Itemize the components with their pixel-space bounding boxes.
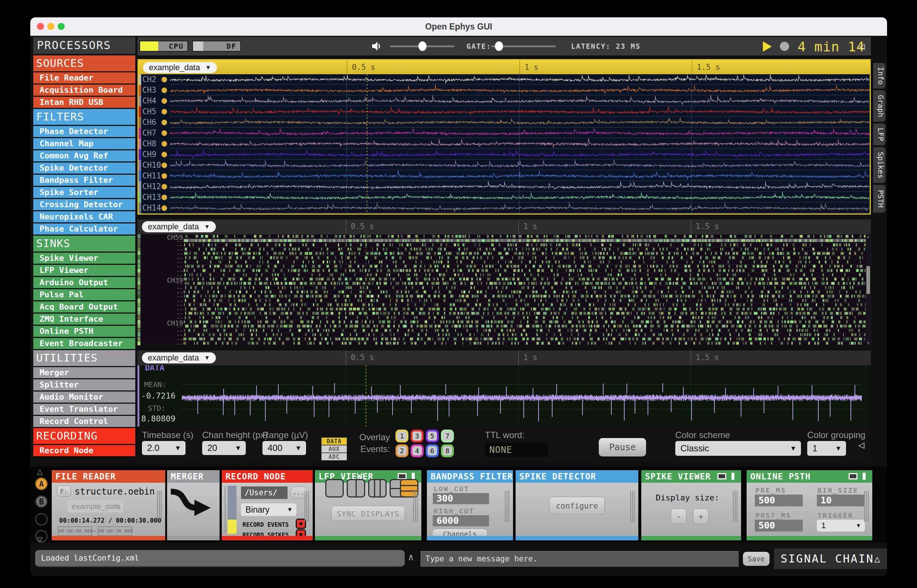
sidebar-item-crossing-detector[interactable]: Crossing Detector (33, 199, 135, 210)
drag-handle[interactable] (733, 491, 738, 522)
channel-label-ch13[interactable]: CH13 (142, 193, 161, 202)
high-cut-field[interactable]: 6000 (433, 515, 489, 526)
layout-3col-button[interactable] (368, 479, 387, 498)
sidebar-item-event-broadcaster[interactable]: Event Broadcaster (33, 338, 135, 349)
window-icon[interactable] (718, 473, 726, 480)
sidebar-item-phase-detector[interactable]: Phase Detector (33, 126, 135, 137)
sidebar-item-arduino-output[interactable]: Arduino Output (33, 277, 135, 288)
chan-height-dropdown[interactable]: 20▼ (202, 441, 246, 455)
raster-source-dropdown[interactable]: example_data ▼ (142, 221, 216, 232)
tab-psth[interactable]: PSTH (873, 185, 886, 213)
channel-label-ch14[interactable]: CH14 (142, 204, 161, 212)
selector-down-icon[interactable]: ▽ (37, 534, 43, 545)
sidebar-item-record-control[interactable]: Record Control (33, 416, 135, 427)
layout-single-button[interactable] (325, 479, 344, 498)
channel-audio-circle[interactable] (162, 173, 167, 179)
sidebar-item-phase-calculator[interactable]: Phase Calculator (33, 223, 135, 234)
channel-audio-circle[interactable] (162, 152, 167, 157)
channel-audio-circle[interactable] (162, 87, 167, 93)
channel-type-data[interactable]: DATA (321, 437, 347, 445)
channel-audio-circle[interactable] (162, 163, 167, 168)
window-icon[interactable] (849, 473, 857, 480)
start-time-field[interactable]: 00:00:00.000 (58, 526, 92, 536)
overlay-event-2[interactable]: 2 (395, 444, 408, 457)
sidebar-item-spike-sorter[interactable]: Spike Sorter (33, 187, 135, 198)
channel-type-adc[interactable]: ADC (321, 453, 347, 460)
channel-label-ch6[interactable]: CH6 (142, 118, 156, 127)
node-spike-viewer[interactable]: SPIKE VIEWER Display size: - + (641, 470, 741, 540)
sidebar-item-pulse-pal[interactable]: Pulse Pal (33, 289, 135, 300)
display-size-minus-button[interactable]: - (671, 509, 686, 524)
overlay-event-6[interactable]: 6 (426, 444, 439, 457)
drag-handle[interactable] (505, 491, 510, 522)
sidebar-item-file-reader[interactable]: File Reader (33, 73, 135, 84)
sync-displays-button[interactable]: SYNC DISPLAYS (331, 506, 405, 521)
volume-slider[interactable] (390, 45, 455, 47)
sidebar-item-merger[interactable]: Merger (33, 367, 135, 378)
scroll-up-icon[interactable]: ▲ (864, 75, 869, 81)
lfp-source-dropdown[interactable]: example_data ▼ (143, 62, 217, 73)
sidebar-item-intan-rhd-usb[interactable]: Intan RHD USB (33, 97, 135, 108)
channel-label-ch11[interactable]: CH11 (142, 171, 161, 180)
save-button[interactable]: Save (743, 552, 770, 566)
selector-a[interactable]: A (35, 478, 48, 490)
layout-2col-button[interactable] (347, 479, 365, 498)
sidebar-item-spike-detector[interactable]: Spike Detector (33, 163, 135, 174)
volume-knob[interactable] (418, 41, 426, 51)
message-input[interactable] (421, 551, 739, 567)
overlay-event-8[interactable]: 8 (441, 444, 454, 457)
sidebar-item-bandpass-filter[interactable]: Bandpass Filter (33, 175, 135, 186)
stats-source-dropdown[interactable]: example_data ▼ (142, 352, 216, 363)
file-stream-dropdown[interactable]: example_data▼ (67, 501, 123, 512)
signal-chain-toggle[interactable]: SIGNAL CHAIN△ (774, 548, 887, 569)
scroll-up-icon[interactable]: ▲ (866, 234, 870, 239)
channel-audio-circle[interactable] (162, 195, 167, 200)
channel-label-ch10[interactable]: CH10 (142, 161, 161, 170)
tab-spikes[interactable]: Spikes (873, 147, 886, 183)
overlay-event-4[interactable]: 4 (411, 444, 424, 457)
file-select-button[interactable]: F: (57, 486, 71, 497)
sidebar-item-event-translator[interactable]: Event Translator (33, 404, 135, 415)
selector-empty-1[interactable] (35, 513, 48, 526)
low-cut-field[interactable]: 300 (433, 493, 489, 504)
overlay-event-5[interactable]: 5 (426, 430, 439, 443)
channel-label-ch7[interactable]: CH7 (142, 129, 156, 137)
sidebar-item-common-avg-ref[interactable]: Common Avg Ref (33, 150, 135, 162)
node-record-node[interactable]: RECORD NODE /Users/ ... Binary▼ RECORD E… (222, 470, 313, 540)
sidebar-item-lfp-viewer[interactable]: LFP Viewer (33, 265, 135, 276)
drag-handle[interactable] (864, 491, 869, 522)
drag-handle[interactable] (413, 491, 418, 522)
channel-audio-circle[interactable] (162, 205, 167, 211)
sidebar-item-online-psth[interactable]: Online PSTH (33, 326, 135, 337)
window-icon[interactable] (398, 473, 407, 480)
trigger-dropdown[interactable]: 1▼ (817, 520, 865, 531)
sidebar-item-zmq-interface[interactable]: ZMQ Interface (33, 313, 135, 325)
collapse-arrow-icon[interactable]: ◁ (858, 439, 865, 451)
bin-size-field[interactable]: 10 (817, 494, 865, 506)
drag-handle[interactable] (305, 491, 309, 522)
display-size-plus-button[interactable]: + (693, 509, 708, 524)
channel-label-ch3[interactable]: CH3 (142, 86, 156, 95)
drag-handle[interactable] (157, 491, 162, 522)
overlay-event-7[interactable]: 7 (441, 430, 454, 443)
timebase-dropdown[interactable]: 2.0▼ (142, 441, 186, 455)
gate-slider[interactable] (491, 45, 556, 47)
overlay-event-3[interactable]: 3 (411, 430, 424, 443)
channel-label-ch2[interactable]: CH2 (142, 75, 156, 84)
sidebar-item-acquisition-board[interactable]: Acquisition Board (33, 85, 135, 96)
collapse-arrow-icon[interactable]: ◁ (859, 40, 865, 52)
node-merger[interactable]: MERGER (167, 470, 220, 540)
color-scheme-dropdown[interactable]: Classic▼ (675, 441, 801, 456)
channel-label-ch8[interactable]: CH8 (142, 139, 156, 148)
sidebar-item-spike-viewer[interactable]: Spike Viewer (33, 253, 135, 264)
node-bandpass-filter[interactable]: BANDPASS FILTER LOW_CUT 300 HIGH_CUT 600… (427, 470, 513, 540)
channel-label-ch5[interactable]: CH5 (142, 107, 156, 116)
channel-label-ch12[interactable]: CH12 (142, 182, 161, 191)
tab-icon[interactable] (863, 473, 866, 480)
node-file-reader[interactable]: FILE READER F: structure.oebin example_d… (52, 470, 165, 540)
channel-audio-circle[interactable] (162, 184, 167, 189)
pre-ms-field[interactable]: 500 (755, 494, 803, 506)
node-lfp-viewer[interactable]: LFP VIEWER SYNC DISPLAYS (315, 470, 421, 540)
color-grouping-dropdown[interactable]: 1▼ (807, 441, 846, 456)
tab-graph[interactable]: Graph (873, 90, 886, 122)
